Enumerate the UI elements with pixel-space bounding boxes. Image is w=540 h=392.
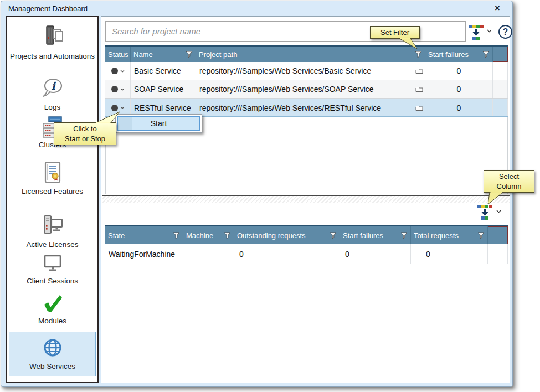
state-table: State Machine Outstanding requests Start… bbox=[105, 225, 508, 264]
spacer-cell bbox=[493, 99, 508, 116]
sidebar-item-logs[interactable]: i Logs bbox=[7, 77, 97, 112]
start-failures-cell: 0 bbox=[425, 80, 493, 98]
path-cell: repository:///Samples/Web Services/RESTf… bbox=[196, 99, 425, 116]
globe-icon bbox=[41, 336, 64, 359]
total-requests-cell: 0 bbox=[411, 244, 488, 264]
status-dropdown[interactable] bbox=[111, 105, 125, 111]
open-folder-icon[interactable] bbox=[415, 86, 423, 92]
sidebar-item-web-services[interactable]: Web Services bbox=[9, 332, 96, 376]
column-header-start-failures[interactable]: Start failures bbox=[425, 47, 493, 62]
name-cell: Basic Service bbox=[131, 62, 196, 80]
monitor-icon bbox=[40, 254, 65, 274]
sidebar-nav: Projects and Automations i Logs bbox=[6, 16, 99, 383]
filter-icon[interactable] bbox=[400, 232, 408, 239]
table-row-state[interactable]: WaitingForMachine 0 0 0 bbox=[105, 244, 508, 264]
chevron-down-icon[interactable] bbox=[496, 210, 501, 213]
column-header-start-failures[interactable]: Start failures bbox=[340, 226, 411, 244]
column-header-name[interactable]: Name bbox=[131, 47, 196, 62]
spacer-cell bbox=[493, 62, 508, 80]
close-button[interactable]: × bbox=[492, 3, 502, 13]
sidebar-item-label: Active Licenses bbox=[7, 239, 97, 250]
sidebar-item-label: Logs bbox=[7, 102, 97, 112]
sidebar-item-modules[interactable]: Modules bbox=[7, 294, 97, 326]
sidebar-item-active-licenses[interactable]: Active Licenses bbox=[7, 214, 97, 250]
column-header-spacer bbox=[488, 226, 508, 244]
column-header-project-path[interactable]: Project path bbox=[196, 47, 425, 62]
grid-splitter[interactable] bbox=[102, 195, 510, 203]
sidebar-item-projects-and-automations[interactable]: Projects and Automations bbox=[7, 25, 97, 61]
open-folder-icon[interactable] bbox=[415, 105, 423, 111]
table-row-soap-service[interactable]: SOAP Service repository:///Samples/Web S… bbox=[105, 80, 508, 99]
status-stopped-icon bbox=[111, 105, 118, 111]
menu-item-label: Start bbox=[151, 119, 167, 128]
path-cell: repository:///Samples/Web Services/Basic… bbox=[196, 62, 425, 80]
column-header-total-requests[interactable]: Total requests bbox=[411, 226, 488, 244]
filter-icon[interactable] bbox=[477, 232, 485, 239]
sidebar-item-licensed-features[interactable]: Licensed Features bbox=[7, 161, 97, 197]
spacer-cell bbox=[493, 80, 508, 98]
spacer-cell bbox=[488, 244, 508, 264]
filter-icon[interactable] bbox=[482, 51, 490, 58]
status-stopped-icon bbox=[111, 86, 118, 92]
sidebar-item-client-sessions[interactable]: Client Sessions bbox=[7, 254, 97, 286]
state-table-header: State Machine Outstanding requests Start… bbox=[105, 225, 508, 244]
column-header-machine[interactable]: Machine bbox=[183, 226, 234, 244]
state-cell: WaitingForMachine bbox=[105, 244, 183, 264]
outstanding-requests-cell: 0 bbox=[234, 244, 340, 264]
main-panel: ? Status Name Project path bbox=[101, 16, 510, 383]
context-menu: Start bbox=[115, 114, 202, 133]
chevron-down-icon bbox=[120, 106, 125, 109]
filter-icon[interactable] bbox=[415, 51, 422, 58]
workstation-icon bbox=[40, 214, 65, 238]
filter-icon[interactable] bbox=[173, 232, 180, 239]
start-failures-cell: 0 bbox=[425, 99, 493, 116]
start-failures-cell: 0 bbox=[425, 62, 493, 80]
sidebar-item-label: Projects and Automations bbox=[7, 51, 97, 61]
chevron-down-icon[interactable] bbox=[487, 29, 492, 33]
set-filter-callout: Set Filter bbox=[370, 26, 420, 39]
status-cell bbox=[105, 80, 131, 98]
path-cell: repository:///Samples/Web Services/SOAP … bbox=[196, 80, 425, 98]
set-filter-callout-tail bbox=[397, 38, 419, 50]
filter-icon[interactable] bbox=[330, 232, 337, 239]
info-bubble-icon: i bbox=[40, 77, 65, 100]
management-dashboard-window: Management Dashboard × Projects and Auto… bbox=[1, 1, 513, 387]
status-stopped-icon bbox=[111, 68, 118, 74]
machine-cell bbox=[183, 244, 234, 264]
help-icon[interactable]: ? bbox=[498, 25, 512, 39]
sidebar-item-label: Web Services bbox=[9, 361, 95, 372]
select-column-callout: Select Column bbox=[484, 170, 534, 193]
column-header-status[interactable]: Status bbox=[105, 47, 131, 62]
menu-item-start[interactable]: Start bbox=[117, 116, 200, 131]
click-to-start-callout: Click to Start or Stop bbox=[54, 122, 116, 145]
click-to-start-callout-tail bbox=[93, 111, 122, 123]
sidebar-item-label: Client Sessions bbox=[7, 276, 97, 286]
sidebar-item-label: Licensed Features bbox=[7, 186, 97, 197]
column-header-spacer bbox=[493, 47, 508, 62]
sidebar-item-label: Modules bbox=[7, 316, 97, 326]
chevron-down-icon bbox=[120, 88, 125, 91]
select-column-icon[interactable] bbox=[468, 24, 485, 40]
checkmark-icon bbox=[41, 294, 64, 314]
services-table-header: Status Name Project path Start failures bbox=[105, 45, 508, 62]
start-failures-cell: 0 bbox=[340, 244, 411, 264]
column-header-state[interactable]: State bbox=[105, 226, 183, 244]
select-column-icon[interactable] bbox=[477, 204, 493, 220]
title-bar: Management Dashboard × bbox=[1, 1, 512, 16]
certificate-icon bbox=[41, 161, 64, 184]
filter-icon[interactable] bbox=[186, 51, 193, 58]
window-title: Management Dashboard bbox=[8, 4, 88, 13]
table-row-basic-service[interactable]: Basic Service repository:///Samples/Web … bbox=[105, 62, 508, 80]
open-folder-icon[interactable] bbox=[415, 68, 423, 74]
chevron-down-icon bbox=[120, 70, 125, 73]
status-dropdown[interactable] bbox=[111, 68, 125, 74]
select-column-callout-tail bbox=[485, 192, 505, 205]
status-cell bbox=[105, 62, 131, 80]
projects-tower-documents-icon bbox=[40, 25, 65, 49]
filter-icon[interactable] bbox=[224, 232, 231, 239]
status-dropdown[interactable] bbox=[111, 86, 125, 92]
name-cell: SOAP Service bbox=[131, 80, 196, 98]
column-header-outstanding-requests[interactable]: Outstanding requests bbox=[234, 226, 340, 244]
